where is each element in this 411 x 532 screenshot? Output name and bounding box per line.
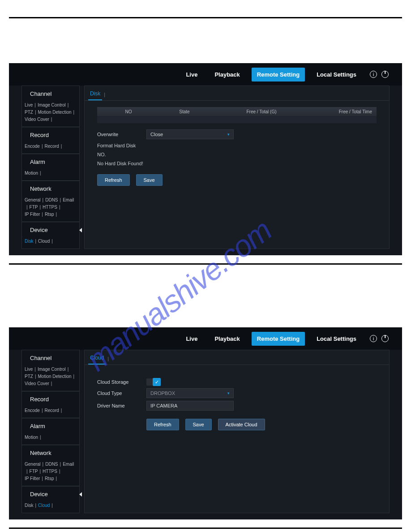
cloud-type-label: Cloud Type (97, 390, 146, 396)
sidebar-item-email[interactable]: Email (63, 197, 74, 204)
topnav-remote-setting[interactable]: Remote Setting (252, 68, 305, 82)
sidebar-item-disk[interactable]: Disk (25, 238, 33, 245)
sidebar-item-disk[interactable]: Disk (25, 502, 33, 509)
sidebar-item-ddns[interactable]: DDNS (45, 461, 58, 468)
cloud-storage-toggle[interactable] (146, 378, 160, 386)
save-button[interactable]: Save (136, 174, 163, 186)
overwrite-label: Overwrite (97, 132, 146, 137)
topnav-live[interactable]: Live (180, 68, 203, 82)
sidebar-header-record: Record (22, 391, 79, 407)
no-hard-disk-found-msg: No Hard Disk Found! (97, 161, 377, 166)
power-icon[interactable] (381, 335, 389, 342)
activate-cloud-button[interactable]: Activate Cloud (218, 419, 265, 430)
sidebar-item-ddns[interactable]: DDNS (45, 197, 58, 204)
sidebar-item-ip-filter[interactable]: IP Filter (25, 475, 40, 482)
sidebar-header-network: Network (22, 445, 79, 461)
col-no: NO (102, 109, 155, 114)
refresh-button[interactable]: Refresh (97, 174, 130, 186)
topnav-remote-setting[interactable]: Remote Setting (252, 332, 305, 346)
sidebar-item-https[interactable]: HTTPS (43, 204, 57, 211)
sidebar-header-device: Device (22, 222, 79, 238)
main-disk: Disk | NO State Free / Total (G) Free / … (84, 86, 390, 249)
sidebar-item-cloud[interactable]: Cloud (38, 502, 50, 509)
topbar: Live Playback Remote Setting Local Setti… (9, 327, 402, 350)
topnav-playback[interactable]: Playback (209, 68, 245, 82)
sidebar-item-live[interactable]: Live (25, 366, 33, 373)
topnav-local-settings[interactable]: Local Settings (311, 68, 362, 82)
sidebar-item-motion-detection[interactable]: Motion Detection (38, 373, 72, 380)
topbar-icons: i (370, 71, 389, 78)
driver-name-input[interactable] (146, 401, 234, 411)
save-button[interactable]: Save (185, 419, 212, 430)
tab-disk[interactable]: Disk (88, 89, 102, 100)
body: Channel Live| Image Control| PTZ| Motion… (9, 86, 402, 255)
sidebar-item-ftp[interactable]: FTP (30, 204, 38, 211)
sidebar-item-motion[interactable]: Motion (25, 434, 38, 441)
topnav-playback[interactable]: Playback (209, 332, 245, 346)
info-icon[interactable]: i (370, 335, 377, 342)
topbar: Live Playback Remote Setting Local Setti… (9, 63, 402, 86)
sidebar-item-image-control[interactable]: Image Control (38, 102, 66, 109)
info-icon[interactable]: i (370, 71, 377, 78)
overwrite-select[interactable]: Close (146, 129, 234, 139)
sidebar-item-ip-filter[interactable]: IP Filter (25, 211, 40, 218)
sidebar-item-ptz[interactable]: PTZ (25, 109, 33, 116)
topnav-live[interactable]: Live (180, 332, 203, 346)
sidebar-item-motion[interactable]: Motion (25, 170, 38, 177)
sidebar-item-encode[interactable]: Encode (25, 407, 40, 414)
sidebar-item-rtsp[interactable]: Rtsp (45, 211, 54, 218)
tab-cloud[interactable]: Cloud (88, 353, 106, 365)
sidebar-header-channel: Channel (22, 350, 79, 366)
sidebar-header-network: Network (22, 180, 79, 197)
tabstrip: Disk | (85, 86, 389, 101)
sidebar-header-device: Device (22, 486, 79, 502)
main-cloud: Cloud | Cloud Storage Cloud Type DROPBOX… (84, 350, 390, 513)
format-hard-disk-label: Format Hard Disk (97, 143, 377, 148)
disk-table-empty-row (97, 117, 377, 123)
sidebar-item-ftp[interactable]: FTP (30, 468, 38, 475)
sidebar-item-general[interactable]: General (25, 461, 41, 468)
body: Channel Live| Image Control| PTZ| Motion… (9, 350, 402, 519)
sidebar: Channel Live| Image Control| PTZ| Motion… (21, 350, 80, 513)
topbar-icons: i (370, 335, 389, 342)
sidebar-item-record[interactable]: Record (45, 143, 59, 150)
sidebar: Channel Live| Image Control| PTZ| Motion… (21, 86, 80, 249)
sidebar-header-channel: Channel (22, 86, 79, 102)
sidebar-item-rtsp[interactable]: Rtsp (45, 475, 54, 482)
no-label: NO. (97, 152, 377, 157)
driver-name-label: Driver Name (97, 403, 146, 408)
app-disk: Live Playback Remote Setting Local Setti… (9, 63, 402, 255)
sidebar-item-general[interactable]: General (25, 197, 41, 204)
col-free-total-time: Free / Total Time (309, 109, 372, 114)
app-cloud: Live Playback Remote Setting Local Setti… (9, 327, 402, 519)
sidebar-item-video-cover[interactable]: Video Cover (25, 380, 49, 387)
sidebar-item-live[interactable]: Live (25, 102, 33, 109)
sidebar-item-video-cover[interactable]: Video Cover (25, 116, 49, 123)
sidebar-header-alarm: Alarm (22, 154, 79, 170)
sidebar-item-email[interactable]: Email (63, 461, 74, 468)
col-free-total: Free / Total (G) (214, 109, 309, 114)
sidebar-header-record: Record (22, 127, 79, 143)
sidebar-item-cloud[interactable]: Cloud (38, 238, 50, 245)
cloud-storage-label: Cloud Storage (97, 379, 146, 385)
sidebar-item-motion-detection[interactable]: Motion Detection (38, 109, 72, 116)
sidebar-item-encode[interactable]: Encode (25, 143, 40, 150)
power-icon[interactable] (381, 71, 389, 78)
sidebar-item-ptz[interactable]: PTZ (25, 373, 33, 380)
sidebar-item-image-control[interactable]: Image Control (38, 366, 66, 373)
sidebar-item-https[interactable]: HTTPS (43, 468, 57, 475)
tabstrip: Cloud | (85, 350, 389, 365)
topnav-local-settings[interactable]: Local Settings (311, 332, 362, 346)
sidebar-header-alarm: Alarm (22, 418, 79, 434)
cloud-type-select[interactable]: DROPBOX (146, 388, 234, 398)
col-state: State (155, 109, 214, 114)
disk-table: NO State Free / Total (G) Free / Total T… (97, 107, 377, 123)
sidebar-item-record[interactable]: Record (45, 407, 59, 414)
refresh-button[interactable]: Refresh (146, 419, 179, 430)
